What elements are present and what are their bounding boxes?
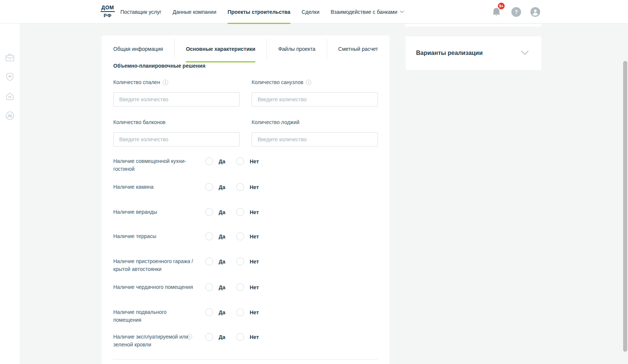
radio-circle[interactable] <box>205 333 213 341</box>
radio-no-label: Нет <box>250 259 259 265</box>
radio-row-label: Наличие камина <box>113 183 195 191</box>
left-icon-rail <box>0 24 20 364</box>
radio-circle[interactable] <box>205 208 213 216</box>
radio-yes[interactable]: Да <box>205 333 225 341</box>
field-label-text: Количество лоджий <box>252 119 299 125</box>
tab[interactable]: Основные характеристики <box>186 36 255 62</box>
house-heart-icon[interactable] <box>5 91 15 101</box>
quantity-input[interactable] <box>252 92 378 107</box>
shield-emblem-icon[interactable] <box>5 72 15 82</box>
radio-no-label: Нет <box>250 209 259 215</box>
nav-item[interactable]: Проекты строительства <box>228 0 290 24</box>
radio-yes-label: Да <box>219 158 225 164</box>
tab[interactable]: Сметный расчет <box>338 36 378 62</box>
main-nav: Поставщик услуг Данные компании Проекты … <box>120 0 404 24</box>
tab-separator <box>267 39 267 59</box>
radio-circle[interactable] <box>236 333 244 341</box>
radio-circle[interactable] <box>205 308 213 316</box>
scrolled-card-edge <box>404 24 541 27</box>
profile-icon[interactable] <box>530 7 540 17</box>
quantity-input[interactable] <box>113 132 240 146</box>
radio-yes-label: Да <box>219 184 225 190</box>
radio-yes[interactable]: Да <box>205 257 225 265</box>
nav-item-label: Данные компании <box>173 9 216 15</box>
implementation-options-panel[interactable]: Варианты реализации <box>406 36 541 70</box>
nav-item[interactable]: Данные компании <box>173 0 216 24</box>
field-label: Количество лоджий <box>252 118 378 126</box>
field-label-text: Количество спален <box>113 79 160 85</box>
dom-rf-logo[interactable]: ДОМ РФ <box>99 5 116 18</box>
quantity-input[interactable] <box>113 92 240 107</box>
nav-item-label: Сделки <box>302 9 320 15</box>
page-scrollbar-thumb[interactable] <box>623 61 627 352</box>
radio-yes-label: Да <box>219 284 225 290</box>
radio-yes[interactable]: Да <box>205 232 225 240</box>
briefcase-icon[interactable] <box>5 53 15 63</box>
logo-text-top: ДОМ <box>99 5 116 10</box>
panel-title: Варианты реализации <box>416 36 483 70</box>
radio-yes[interactable]: Да <box>205 308 225 316</box>
radio-circle[interactable] <box>205 157 213 165</box>
radio-no[interactable]: Нет <box>236 333 259 341</box>
radio-no[interactable]: Нет <box>236 183 259 191</box>
radio-circle[interactable] <box>236 157 244 165</box>
tab-label: Сметный расчет <box>338 46 378 52</box>
radio-circle[interactable] <box>236 232 244 240</box>
tab-separator <box>327 39 327 59</box>
number-field: Количество спален i <box>113 78 240 107</box>
tab[interactable]: Общая информация <box>113 36 163 62</box>
radio-yes[interactable]: Да <box>205 283 225 291</box>
radio-row-label: Наличие подвального помещения <box>113 308 195 324</box>
form-divider <box>113 359 378 360</box>
radio-circle[interactable] <box>236 208 244 216</box>
people-circle-icon[interactable] <box>5 111 15 121</box>
chevron-down-icon[interactable] <box>521 50 529 55</box>
tab-label: Файлы проекта <box>278 46 315 52</box>
field-label: Количество санузлов i <box>252 78 378 86</box>
radio-row-label: Наличие террасы <box>113 232 195 240</box>
help-icon[interactable]: ? <box>511 7 521 17</box>
radio-no-label: Нет <box>250 158 259 164</box>
quantity-input[interactable] <box>252 132 378 146</box>
radio-yes-label: Да <box>219 259 225 265</box>
radio-circle[interactable] <box>236 257 244 265</box>
nav-item[interactable]: Поставщик услуг <box>120 0 161 24</box>
logo-text-bottom: РФ <box>99 13 116 18</box>
nav-item[interactable]: Взаимодействие с банками <box>330 0 404 24</box>
radio-circle[interactable] <box>205 232 213 240</box>
radio-no[interactable]: Нет <box>236 308 259 316</box>
radio-circle[interactable] <box>236 283 244 291</box>
radio-no[interactable]: Нет <box>236 257 259 265</box>
radio-yes[interactable]: Да <box>205 183 225 191</box>
radio-yes-label: Да <box>219 334 225 340</box>
chevron-down-icon <box>400 10 404 13</box>
tab[interactable]: Файлы проекта <box>278 36 315 62</box>
radio-no-label: Нет <box>250 334 259 340</box>
radio-circle[interactable] <box>205 283 213 291</box>
radio-no[interactable]: Нет <box>236 157 259 165</box>
tab-bar: Общая информация Основные характеристики… <box>102 36 390 62</box>
radio-yes[interactable]: Да <box>205 208 225 216</box>
radio-circle[interactable] <box>236 308 244 316</box>
field-label-text: Количество санузлов <box>252 79 303 85</box>
radio-yes-label: Да <box>219 234 225 240</box>
info-icon[interactable]: i <box>163 80 168 85</box>
radio-yes[interactable]: Да <box>205 157 225 165</box>
nav-item[interactable]: Сделки <box>302 0 320 24</box>
number-field: Количество балконов <box>113 118 240 146</box>
tab-label: Основные характеристики <box>186 46 255 52</box>
radio-circle[interactable] <box>205 257 213 265</box>
radio-circle[interactable] <box>236 183 244 191</box>
radio-yes-label: Да <box>219 209 225 215</box>
info-icon[interactable]: i <box>306 80 311 85</box>
radio-no-label: Нет <box>250 309 259 315</box>
radio-no[interactable]: Нет <box>236 283 259 291</box>
radio-row-label: Наличие чердачного помещения <box>113 283 195 291</box>
number-field: Количество лоджий <box>252 118 378 146</box>
radio-circle[interactable] <box>205 183 213 191</box>
radio-no[interactable]: Нет <box>236 208 259 216</box>
radio-row-label: Наличие эксплуатируемой или зеленой кров… <box>113 333 195 349</box>
field-label-text: Количество балконов <box>113 119 166 125</box>
radio-no[interactable]: Нет <box>236 232 259 240</box>
info-icon[interactable]: i <box>187 334 192 340</box>
